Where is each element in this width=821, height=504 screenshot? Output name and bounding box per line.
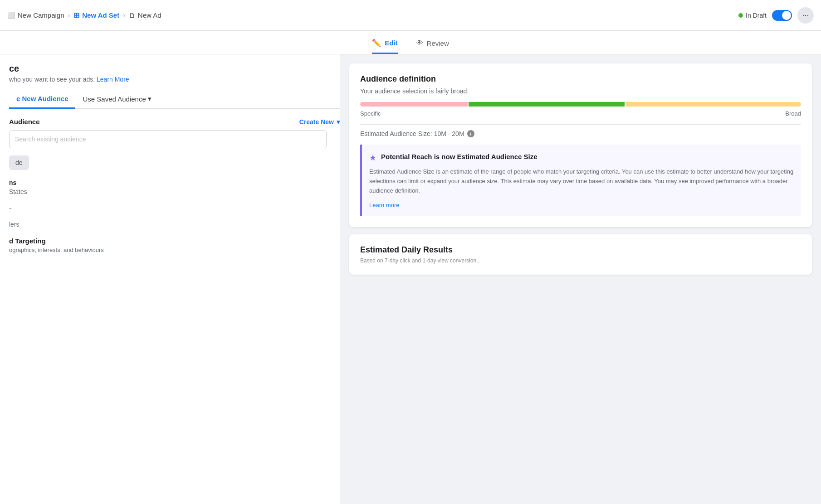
tab-review-label: Review — [427, 39, 449, 47]
age-section: - — [9, 204, 340, 212]
ad-label: New Ad — [138, 11, 161, 19]
meter-broad — [626, 102, 801, 107]
meter-specific-label: Specific — [360, 110, 381, 117]
meter-labels: Specific Broad — [360, 110, 801, 117]
notice-title: Potential Reach is now Estimated Audienc… — [381, 152, 538, 161]
adset-grid-icon: ⊞ — [73, 11, 79, 19]
section-subtitle: who you want to see your ads. Learn More — [9, 76, 340, 83]
main-content: ce who you want to see your ads. Learn M… — [0, 54, 821, 504]
divider-1 — [360, 124, 801, 125]
breadcrumb-ad[interactable]: 🗋 New Ad — [129, 11, 161, 19]
chevron-down-icon-2: ▾ — [337, 118, 340, 126]
daily-results-sub: Based on 7-day click and 1-day view conv… — [360, 257, 801, 264]
tab-new-audience[interactable]: e New Audience — [9, 90, 75, 109]
exclude-label: de — [15, 159, 23, 166]
review-icon: 👁 — [416, 39, 423, 47]
tab-review[interactable]: 👁 Review — [416, 39, 449, 54]
notice-header: ★ Potential Reach is now Estimated Audie… — [369, 152, 794, 163]
left-panel: ce who you want to see your ads. Learn M… — [0, 54, 340, 504]
new-audience-label: e New Audience — [16, 95, 68, 102]
top-bar-right: In Draft ··· — [738, 7, 814, 24]
saved-audience-label: Use Saved Audience — [83, 95, 146, 103]
info-icon[interactable]: i — [467, 130, 474, 137]
tabs-bar: ✏️ Edit 👁 Review — [0, 31, 821, 54]
audience-section-header: Audience Create New ▾ — [9, 118, 340, 126]
breadcrumb-sep-2: › — [123, 12, 125, 19]
create-new-label: Create New — [299, 118, 334, 126]
behaviors-section: lers — [9, 221, 340, 228]
breadcrumb-campaign[interactable]: ⬜ New Campaign — [7, 11, 64, 19]
est-size-label: Estimated Audience Size: 10M - 20M — [360, 130, 464, 137]
audience-section-label: Audience — [9, 118, 40, 126]
star-icon: ★ — [369, 153, 376, 163]
locations-section: ns States — [9, 179, 340, 195]
draft-status: In Draft — [738, 12, 767, 19]
est-size: Estimated Audience Size: 10M - 20M i — [360, 130, 801, 137]
more-options-button[interactable]: ··· — [797, 7, 814, 24]
search-audience-input[interactable] — [9, 130, 327, 148]
breadcrumb-adset[interactable]: ⊞ New Ad Set — [73, 11, 119, 19]
adset-label: New Ad Set — [82, 11, 119, 19]
draft-dot — [738, 13, 743, 18]
detailed-targeting-section: d Targeting ographics, interests, and be… — [9, 237, 340, 253]
detailed-targeting-sub: ographics, interests, and behaviours — [9, 247, 340, 253]
daily-results-card: Estimated Daily Results Based on 7-day c… — [349, 234, 812, 275]
meter-specific — [360, 102, 468, 107]
subtitle-text: who you want to see your ads. — [9, 76, 95, 83]
notice-box: ★ Potential Reach is now Estimated Audie… — [360, 145, 801, 216]
locations-value: States — [9, 188, 340, 195]
tab-saved-audience[interactable]: Use Saved Audience ▾ — [75, 90, 158, 109]
audience-def-title: Audience definition — [360, 74, 801, 84]
chevron-down-icon: ▾ — [148, 95, 151, 103]
tab-edit[interactable]: ✏️ Edit — [372, 39, 397, 54]
audience-def-subtitle: Your audience selection is fairly broad. — [360, 87, 801, 95]
locations-label: ns — [9, 179, 340, 186]
right-panel: Audience definition Your audience select… — [340, 54, 821, 504]
notice-body: Estimated Audience Size is an estimate o… — [369, 167, 794, 195]
campaign-label: New Campaign — [18, 11, 64, 19]
audience-definition-card: Audience definition Your audience select… — [349, 63, 812, 227]
breadcrumb-sep-1: › — [68, 12, 70, 19]
top-bar: ⬜ New Campaign › ⊞ New Ad Set › 🗋 New Ad… — [0, 0, 821, 31]
campaign-icon: ⬜ — [7, 12, 15, 19]
behaviors-value: lers — [9, 221, 340, 228]
age-value: - — [9, 204, 340, 212]
edit-icon: ✏️ — [372, 39, 381, 47]
ad-doc-icon: 🗋 — [129, 12, 135, 19]
audience-meter — [360, 102, 801, 107]
audience-tabs: e New Audience Use Saved Audience ▾ — [9, 90, 340, 109]
draft-toggle[interactable] — [772, 10, 792, 21]
tab-edit-label: Edit — [385, 39, 397, 47]
create-new-button[interactable]: Create New ▾ — [299, 118, 340, 126]
learn-more-link[interactable]: Learn More — [97, 76, 129, 83]
breadcrumb: ⬜ New Campaign › ⊞ New Ad Set › 🗋 New Ad — [7, 11, 738, 19]
meter-broad-label: Broad — [785, 110, 801, 117]
notice-learn-more-link[interactable]: Learn more — [369, 202, 399, 208]
detailed-targeting-title: d Targeting — [9, 237, 340, 245]
section-title: ce — [9, 63, 340, 74]
draft-label: In Draft — [746, 12, 767, 19]
exclude-button[interactable]: de — [9, 155, 29, 170]
daily-results-title: Estimated Daily Results — [360, 245, 801, 255]
meter-middle — [469, 102, 625, 107]
